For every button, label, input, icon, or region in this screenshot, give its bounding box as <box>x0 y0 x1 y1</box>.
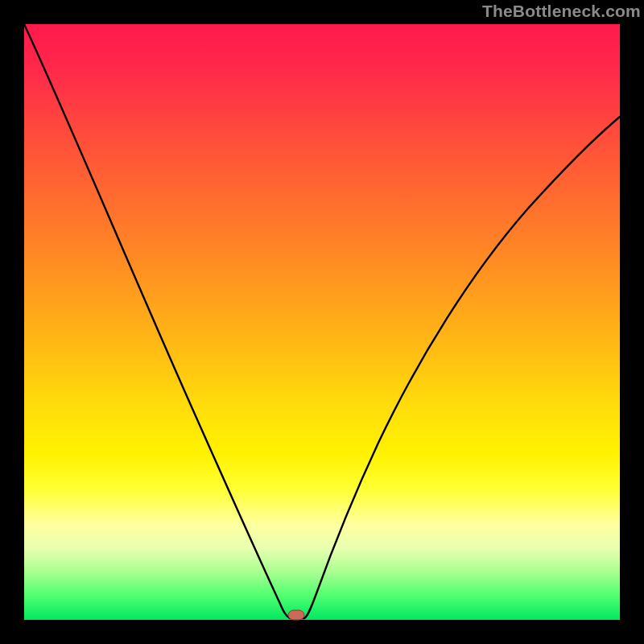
plot-area <box>24 24 620 620</box>
plot-svg <box>24 24 620 620</box>
chart-frame: TheBottleneck.com <box>0 0 644 644</box>
watermark-text: TheBottleneck.com <box>482 2 641 21</box>
min-point-marker <box>288 610 304 620</box>
bottleneck-curve <box>24 24 620 618</box>
